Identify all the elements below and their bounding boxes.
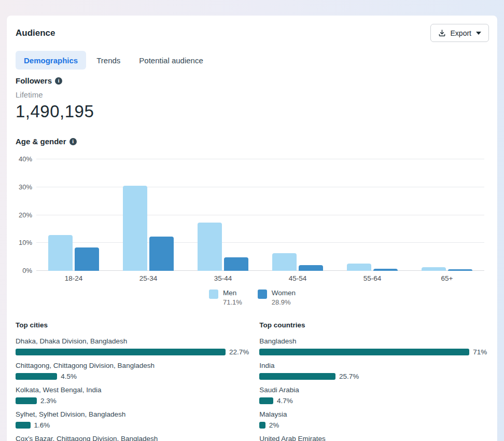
list-item-saudi-arabia: Saudi Arabia4.7% bbox=[259, 386, 489, 405]
followers-label: Followers bbox=[16, 76, 52, 85]
legend-item-men: Men71.1% bbox=[209, 289, 242, 306]
y-tick-label: 30% bbox=[19, 183, 32, 191]
bar-group-45-54 bbox=[260, 159, 335, 271]
list-item-united-arab-emirates: United Arab Emirates1.4% bbox=[259, 435, 489, 441]
bar-men-25-34 bbox=[123, 186, 147, 271]
legend-item-women: Women28.9% bbox=[258, 289, 296, 306]
list-item-india: India25.7% bbox=[259, 362, 489, 380]
age-gender-xlabels: 18-2425-3435-4445-5455-6465+ bbox=[36, 274, 484, 282]
y-tick-label: 0% bbox=[22, 267, 32, 274]
value-bar bbox=[16, 373, 57, 380]
top-cities-list: Dhaka, Dhaka Division, Bangladesh22.7%Ch… bbox=[16, 337, 249, 441]
bar-men-65 bbox=[422, 267, 446, 271]
download-icon bbox=[438, 29, 446, 37]
bar-men-55-64 bbox=[347, 264, 371, 271]
y-tick-label: 20% bbox=[19, 211, 32, 219]
bar-women-18-24 bbox=[75, 247, 99, 271]
legend-name: Women bbox=[272, 289, 296, 297]
followers-section-label: Followers i bbox=[16, 76, 489, 85]
top-cities-heading: Top cities bbox=[16, 321, 249, 329]
value-label: 1.6% bbox=[34, 421, 50, 429]
bar-men-18-24 bbox=[48, 235, 73, 271]
bar-women-55-64 bbox=[373, 269, 398, 271]
list-item-label: India bbox=[259, 362, 489, 369]
bar-row: 22.7% bbox=[16, 348, 249, 356]
list-item-label: Malaysia bbox=[259, 410, 489, 418]
info-icon[interactable]: i bbox=[69, 138, 77, 145]
value-label: 4.5% bbox=[61, 373, 77, 380]
legend-swatch-women bbox=[258, 290, 267, 299]
list-item-label: Dhaka, Dhaka Division, Bangladesh bbox=[16, 337, 249, 345]
bar-group-18-24 bbox=[36, 159, 111, 271]
value-label: 2% bbox=[269, 421, 279, 429]
list-item-label: Kolkata, West Bengal, India bbox=[16, 386, 249, 394]
bar-group-55-64 bbox=[335, 159, 410, 271]
x-tick-label: 18-24 bbox=[36, 274, 111, 282]
top-countries-heading: Top countries bbox=[259, 321, 489, 329]
y-tick-label: 40% bbox=[19, 155, 32, 163]
bar-women-35-44 bbox=[224, 257, 248, 271]
tab-demographics[interactable]: Demographics bbox=[16, 51, 86, 70]
bar-women-25-34 bbox=[149, 237, 174, 271]
x-tick-label: 55-64 bbox=[335, 274, 410, 282]
value-label: 22.7% bbox=[229, 348, 249, 356]
list-item-malaysia: Malaysia2% bbox=[259, 410, 489, 429]
value-bar bbox=[16, 422, 31, 429]
bar-men-45-54 bbox=[272, 253, 297, 271]
bar-row: 71% bbox=[259, 348, 489, 356]
export-button-label: Export bbox=[451, 29, 471, 37]
age-gender-legend: Men71.1%Women28.9% bbox=[16, 289, 489, 306]
bar-men-35-44 bbox=[198, 223, 222, 271]
top-countries-list: Bangladesh71%India25.7%Saudi Arabia4.7%M… bbox=[259, 337, 489, 441]
legend-percent: 28.9% bbox=[272, 298, 296, 306]
age-gender-section-label: Age & gender i bbox=[16, 137, 489, 146]
list-item-bangladesh: Bangladesh71% bbox=[259, 337, 489, 356]
bar-row: 2.3% bbox=[16, 397, 249, 405]
legend-swatch-men bbox=[209, 290, 218, 299]
list-item-label: Sylhet, Sylhet Division, Bangladesh bbox=[16, 410, 249, 418]
bar-row: 4.7% bbox=[259, 397, 489, 405]
value-bar bbox=[259, 349, 469, 355]
y-tick-label: 10% bbox=[19, 239, 32, 246]
list-item-dhaka-dhaka-division-bangladesh: Dhaka, Dhaka Division, Bangladesh22.7% bbox=[16, 337, 249, 356]
legend-percent: 71.1% bbox=[223, 298, 242, 306]
audience-card: Audience Export DemographicsTrendsPotent… bbox=[7, 16, 497, 441]
tab-trends[interactable]: Trends bbox=[88, 51, 129, 70]
list-item-label: Cox's Bazar, Chittagong Division, Bangla… bbox=[16, 435, 249, 441]
top-countries-column: Top countries Bangladesh71%India25.7%Sau… bbox=[259, 321, 489, 441]
value-label: 2.3% bbox=[40, 397, 57, 405]
list-item-kolkata-west-bengal-india: Kolkata, West Bengal, India2.3% bbox=[16, 386, 249, 405]
legend-name: Men bbox=[223, 289, 242, 297]
value-bar bbox=[16, 349, 226, 355]
bar-women-45-54 bbox=[299, 265, 323, 271]
tab-potential-audience[interactable]: Potential audience bbox=[131, 51, 211, 70]
bar-group-65 bbox=[410, 159, 484, 271]
followers-count: 1,490,195 bbox=[16, 102, 489, 121]
value-bar bbox=[259, 422, 265, 429]
bar-row: 2% bbox=[259, 421, 489, 429]
export-button[interactable]: Export bbox=[430, 24, 489, 42]
list-item-label: Chittagong, Chittagong Division, Banglad… bbox=[16, 362, 249, 369]
list-item-label: Bangladesh bbox=[259, 337, 489, 345]
list-item-cox-s-bazar-chittagong-division-bangladesh: Cox's Bazar, Chittagong Division, Bangla… bbox=[16, 435, 249, 441]
list-item-label: Saudi Arabia bbox=[259, 386, 489, 394]
value-label: 4.7% bbox=[277, 397, 293, 405]
value-bar bbox=[16, 397, 37, 404]
x-tick-label: 25-34 bbox=[111, 274, 186, 282]
card-header: Audience Export bbox=[16, 24, 489, 42]
list-item-label: United Arab Emirates bbox=[259, 435, 489, 441]
bar-row: 1.6% bbox=[16, 421, 249, 429]
page-background: { "header": { "title": "Audience", "expo… bbox=[0, 0, 504, 441]
bar-groups bbox=[36, 159, 484, 271]
tabs: DemographicsTrendsPotential audience bbox=[16, 51, 489, 70]
bar-row: 25.7% bbox=[259, 373, 489, 380]
list-item-chittagong-chittagong-division-bangladesh: Chittagong, Chittagong Division, Banglad… bbox=[16, 362, 249, 380]
value-bar bbox=[259, 397, 273, 404]
list-item-sylhet-sylhet-division-bangladesh: Sylhet, Sylhet Division, Bangladesh1.6% bbox=[16, 410, 249, 429]
x-tick-label: 65+ bbox=[410, 274, 484, 282]
x-tick-label: 35-44 bbox=[186, 274, 260, 282]
info-icon[interactable]: i bbox=[55, 77, 62, 85]
bar-row: 4.5% bbox=[16, 373, 249, 380]
followers-period: Lifetime bbox=[16, 90, 489, 99]
value-label: 71% bbox=[473, 348, 487, 356]
